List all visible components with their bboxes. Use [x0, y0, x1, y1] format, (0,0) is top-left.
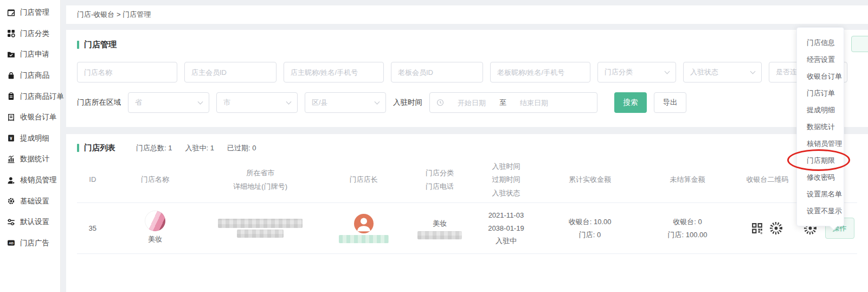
cell-cashier-qr — [736, 221, 799, 236]
cell-received: 收银台: 10.00 门店: 0 — [541, 215, 639, 241]
popup-item-store-orders[interactable]: 门店订单 — [797, 85, 844, 101]
sidebar-item-label: 门店商品 — [20, 71, 49, 80]
phone-redacted — [417, 231, 462, 239]
popup-item-verifier-manage[interactable]: 核销员管理 — [797, 135, 844, 152]
region-label: 门店所在区域 — [77, 98, 121, 107]
join-time: 2021-11-03 — [471, 209, 542, 221]
sidebar-item-label: 提成明细 — [20, 134, 49, 143]
store-name-input[interactable] — [77, 62, 177, 82]
sidebar-item-store-apply[interactable]: 门店申请 — [0, 44, 60, 65]
popup-item-set-blacklist[interactable]: 设置黑名单 — [797, 186, 844, 202]
store-avatar[interactable] — [145, 211, 165, 231]
sidebar-item-label: 基础设置 — [20, 196, 49, 206]
col-header-category-phone: 门店分类门店电话 — [409, 167, 471, 193]
sidebar-item-cashier-orders[interactable]: 收银台订单 — [0, 107, 60, 128]
boss-member-id-input[interactable] — [391, 62, 483, 82]
chevron-down-icon — [750, 68, 756, 74]
popup-item-set-hidden[interactable]: 设置不显示 — [797, 202, 844, 219]
popup-item-business-settings[interactable]: 经营设置 — [797, 51, 844, 68]
store-name-text: 美妆 — [148, 233, 162, 245]
stat-active: 入驻中: 1 — [185, 143, 214, 153]
category-icon — [7, 29, 15, 37]
sidebar-item-store-manage[interactable]: 门店管理 — [0, 2, 60, 23]
popup-item-cashier-orders[interactable]: 收银台订单 — [797, 68, 844, 85]
city-select[interactable]: 市 — [216, 92, 298, 113]
clock-icon — [436, 99, 444, 106]
popup-item-commission-detail[interactable]: 提成明细 — [797, 101, 844, 118]
miniprogram-code-icon[interactable] — [769, 221, 783, 236]
col-header-manager: 门店店长 — [319, 173, 408, 186]
sidebar-item-data-stats[interactable]: 数据统计 — [0, 149, 60, 170]
sidebar-item-store-ads[interactable]: AD 门店广告 — [0, 233, 60, 254]
address-redacted — [218, 219, 303, 228]
province-select[interactable]: 省 — [128, 92, 209, 113]
bag-icon — [7, 72, 15, 80]
boss-nick-name-phone-input[interactable] — [490, 62, 590, 82]
chevron-down-icon — [665, 68, 670, 74]
manager-avatar[interactable] — [354, 214, 374, 233]
ad-icon: AD — [7, 239, 15, 247]
owner-member-id-input[interactable] — [184, 62, 277, 82]
col-header-id: ID — [77, 173, 108, 186]
col-header-address: 所在省市详细地址(门牌号) — [202, 167, 319, 193]
select-placeholder: 区/县 — [312, 98, 328, 107]
list-stats: 门店总数: 1 入驻中: 1 已过期: 0 — [136, 143, 256, 153]
end-date-input[interactable] — [510, 99, 558, 107]
date-range-separator: 至 — [499, 98, 506, 107]
sidebar-item-label: 门店广告 — [20, 238, 49, 248]
chevron-down-icon — [198, 99, 203, 104]
popup-item-store-term[interactable]: 门店期限 — [797, 152, 844, 169]
chevron-down-icon — [286, 99, 292, 104]
sidebar-item-default-settings[interactable]: 默认设置 — [0, 212, 60, 233]
sidebar-item-commission-detail[interactable]: ¥ 提成明细 — [0, 128, 60, 149]
person-icon — [7, 176, 15, 185]
svg-text:AD: AD — [9, 242, 14, 245]
date-range-picker[interactable]: 至 — [429, 92, 597, 113]
received-cashier: 收银台: 10.00 — [541, 215, 639, 228]
cell-store-name: 美妆 — [108, 211, 202, 245]
export-button[interactable]: 导出 — [654, 92, 686, 113]
owner-nick-name-phone-input[interactable] — [284, 62, 384, 82]
cell-category-phone: 美妆 — [409, 217, 471, 239]
filter-panel: 门店管理 门店分类 入驻状态 是否连锁店 门店所在区域 省 — [66, 30, 868, 127]
sidebar-item-verifier-manage[interactable]: 核销员管理 — [0, 170, 60, 191]
col-header-cashier-qr: 收银台二维码 — [736, 173, 799, 186]
stat-expired: 已过期: 0 — [227, 143, 256, 153]
popup-item-store-info[interactable]: 门店信息 — [797, 34, 844, 51]
gear-icon — [7, 197, 15, 205]
status-badge: 入驻中 — [471, 234, 542, 247]
popup-item-data-stats[interactable]: 数据统计 — [797, 118, 844, 135]
chevron-down-icon — [375, 99, 380, 104]
sidebar-item-label: 门店申请 — [20, 49, 49, 59]
select-placeholder: 门店分类 — [605, 67, 633, 77]
select-placeholder: 入驻状态 — [690, 67, 718, 77]
sidebar-item-store-goods-orders[interactable]: 门店商品订单 — [0, 86, 60, 107]
start-date-input[interactable] — [447, 99, 496, 107]
store-table: ID 门店名称 所在省市详细地址(门牌号) 门店店长 门店分类门店电话 入驻时间… — [77, 157, 857, 254]
sidebar-item-store-goods[interactable]: 门店商品 — [0, 65, 60, 86]
search-button[interactable]: 搜索 — [614, 92, 647, 113]
table-row: 35 美妆 — [77, 203, 857, 254]
store-icon — [7, 9, 15, 17]
sidebar: 门店管理 门店分类 门店申请 门店商品 门店商品订单 收银台订单 ¥ 提成明细 … — [0, 0, 61, 292]
bar-chart-icon — [7, 155, 15, 163]
store-category-select[interactable]: 门店分类 — [597, 62, 676, 82]
list-title: 门店列表 — [84, 143, 115, 153]
sidebar-item-label: 门店商品订单 — [20, 92, 64, 101]
page-title: 门店管理 — [84, 40, 117, 50]
settle-status-select[interactable]: 入驻状态 — [683, 62, 762, 82]
popup-item-change-password[interactable]: 修改密码 — [797, 169, 844, 186]
sidebar-item-base-settings[interactable]: 基础设置 — [0, 191, 60, 212]
col-header-time-status: 入驻时间过期时间入驻状态 — [471, 160, 542, 199]
district-select[interactable]: 区/县 — [305, 92, 386, 113]
sidebar-item-store-category[interactable]: 门店分类 — [0, 23, 60, 45]
address-redacted — [237, 230, 284, 238]
expire-time: 2038-01-19 — [471, 222, 542, 234]
section-accent-bar — [77, 41, 79, 49]
manager-name-redacted — [339, 235, 389, 243]
join-time-label: 入驻时间 — [393, 98, 422, 107]
sidebar-item-label: 收银台订单 — [20, 112, 57, 122]
qr-code-icon[interactable] — [751, 222, 763, 234]
add-store-button-clipped[interactable] — [851, 36, 868, 52]
clipboard-icon — [7, 92, 15, 100]
